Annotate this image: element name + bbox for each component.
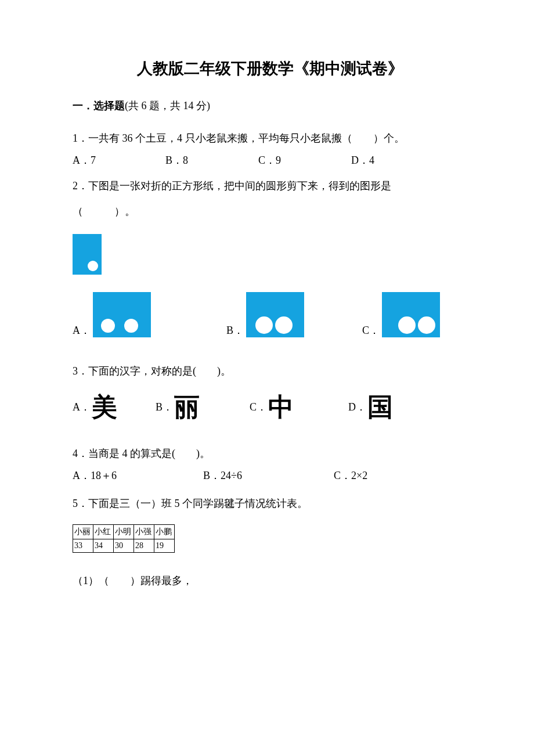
q2-options: A． B． C． (73, 292, 467, 337)
q4-text: 4．当商是 4 的算式是( )。 (73, 443, 467, 465)
q2-text-line2: （ ）。 (73, 201, 467, 223)
q5-table: 小丽 小红 小明 小强 小鹏 33 34 30 28 19 (73, 524, 175, 553)
folded-paper-icon (73, 234, 102, 275)
q3-option-a-label: A． (73, 400, 91, 414)
q3-char-mei: 美 (92, 394, 117, 420)
table-header-cell: 小明 (114, 524, 134, 539)
folded-paper-hole-icon (88, 261, 98, 271)
hole-icon (124, 319, 138, 333)
q3-char-li: 丽 (174, 394, 200, 420)
q2-option-a-label: A． (73, 323, 91, 337)
q3-option-d-label: D． (348, 400, 366, 414)
table-row: 33 34 30 28 19 (73, 539, 175, 552)
table-row: 小丽 小红 小明 小强 小鹏 (73, 524, 175, 539)
hole-icon (418, 316, 435, 334)
q3-char-guo: 国 (367, 394, 393, 420)
q4-option-c: C．2×2 (334, 469, 367, 483)
q1-option-b: B．8 (165, 153, 258, 167)
hole-icon (275, 316, 293, 334)
table-header-cell: 小强 (134, 524, 154, 539)
q4-option-b: B．24÷6 (203, 469, 334, 483)
hole-icon (398, 316, 416, 334)
q3-option-b-label: B． (156, 400, 173, 414)
q5-sub1: （1）（ ）踢得最多， (73, 570, 467, 592)
q3-text: 3．下面的汉字，对称的是( )。 (73, 361, 467, 383)
section-1-info: (共 6 题，共 14 分) (125, 100, 210, 111)
table-header-cell: 小红 (93, 524, 114, 539)
q5-text: 5．下面是三（一）班 5 个同学踢毽子情况统计表。 (73, 493, 467, 515)
table-cell: 34 (93, 539, 114, 552)
q4-option-a: A．18＋6 (73, 469, 203, 483)
q3-char-zhong: 中 (268, 394, 294, 420)
q2-figure-folded (73, 234, 467, 275)
q2-option-b-label: B． (226, 323, 244, 337)
q3-options: A． 美 B． 丽 C． 中 D． 国 (73, 394, 467, 420)
q3-option-a: A． 美 (73, 394, 117, 420)
q2-option-c: C． (362, 292, 440, 337)
q3-option-c-label: C． (250, 400, 267, 414)
q2-option-a: A． (73, 292, 151, 337)
q3-option-b: B． 丽 (156, 394, 200, 420)
q2-figure-c-icon (382, 292, 440, 337)
q2-figure-a-icon (93, 292, 151, 337)
q3-option-d: D． 国 (348, 394, 393, 420)
hole-icon (101, 319, 115, 333)
table-header-cell: 小丽 (73, 524, 93, 539)
q4-options: A．18＋6 B．24÷6 C．2×2 (73, 469, 467, 483)
q1-option-d: D．4 (351, 153, 374, 167)
q1-option-c: C．9 (258, 153, 351, 167)
table-cell: 19 (154, 539, 175, 552)
q1-option-a: A．7 (73, 153, 165, 167)
table-cell: 33 (73, 539, 93, 552)
q1-options: A．7 B．8 C．9 D．4 (73, 153, 467, 167)
section-1-label: 一．选择题 (73, 100, 125, 111)
q2-option-c-label: C． (362, 323, 380, 337)
table-cell: 30 (114, 539, 134, 552)
document-title: 人教版二年级下册数学《期中测试卷》 (73, 58, 467, 79)
table-cell: 28 (134, 539, 154, 552)
hole-icon (255, 316, 273, 334)
q2-text-line1: 2．下图是一张对折的正方形纸，把中间的圆形剪下来，得到的图形是 (73, 175, 467, 197)
q1-text: 1．一共有 36 个土豆，4 只小老鼠来搬，平均每只小老鼠搬（ ）个。 (73, 128, 467, 150)
table-header-cell: 小鹏 (154, 524, 175, 539)
section-1-header: 一．选择题(共 6 题，共 14 分) (73, 99, 467, 113)
q2-figure-b-icon (246, 292, 304, 337)
q3-option-c: C． 中 (250, 394, 294, 420)
q2-option-b: B． (226, 292, 304, 337)
